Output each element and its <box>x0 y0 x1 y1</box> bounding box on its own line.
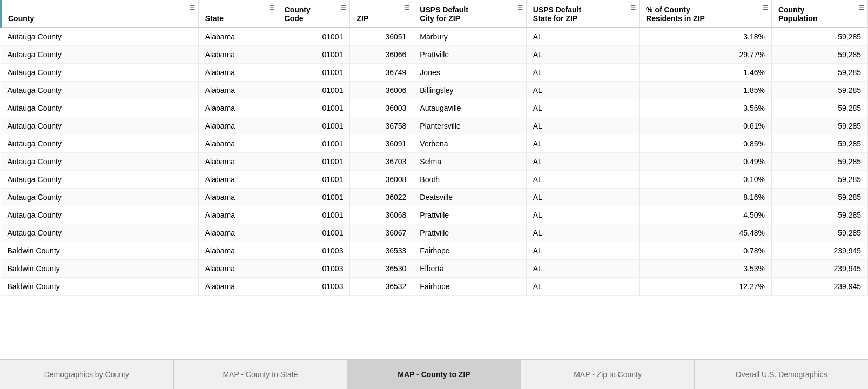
cell-pct_residents: 1.85% <box>640 82 772 99</box>
table-row[interactable]: Baldwin CountyAlabama0100336532FairhopeA… <box>1 278 868 296</box>
cell-pct_residents: 0.10% <box>640 171 772 189</box>
col-header-zip[interactable]: ZIP☰ <box>350 0 413 28</box>
cell-usps_city: Booth <box>413 171 526 189</box>
tab-map-county-to-state[interactable]: MAP - County to State <box>174 360 348 389</box>
cell-pct_residents: 4.50% <box>640 206 772 224</box>
cell-zip: 36530 <box>350 260 413 278</box>
cell-usps_city: Elberta <box>413 260 526 278</box>
table-row[interactable]: Autauga CountyAlabama0100136006Billingsl… <box>1 82 868 99</box>
tab-demographics-by-county[interactable]: Demographics by County <box>0 360 174 389</box>
cell-pct_residents: 1.46% <box>640 64 772 82</box>
table-row[interactable]: Autauga CountyAlabama0100136067Prattvill… <box>1 224 868 242</box>
cell-state: Alabama <box>198 117 278 135</box>
table-row[interactable]: Autauga CountyAlabama0100136008BoothAL0.… <box>1 171 868 189</box>
table-row[interactable]: Autauga CountyAlabama0100136749JonesAL1.… <box>1 64 868 82</box>
cell-state: Alabama <box>198 46 278 64</box>
cell-pct_residents: 0.85% <box>640 135 772 153</box>
filter-icon-zip[interactable]: ☰ <box>404 4 409 11</box>
cell-pct_residents: 3.53% <box>640 260 772 278</box>
col-header-county_pop[interactable]: CountyPopulation☰ <box>771 0 867 28</box>
cell-county: Autauga County <box>1 117 199 135</box>
filter-icon-county[interactable]: ☰ <box>190 4 195 11</box>
cell-pct_residents: 29.77% <box>640 46 772 64</box>
cell-county_pop: 59,285 <box>771 171 867 189</box>
cell-county_pop: 239,945 <box>771 260 867 278</box>
cell-usps_state: AL <box>526 224 639 242</box>
cell-county_code: 01003 <box>278 260 350 278</box>
filter-icon-county_pop[interactable]: ☰ <box>859 4 864 11</box>
cell-usps_state: AL <box>526 117 639 135</box>
col-header-county[interactable]: County☰ <box>1 0 199 28</box>
tab-overall-us-demographics[interactable]: Overall U.S. Demographics <box>695 360 868 389</box>
col-header-usps_state[interactable]: USPS DefaultState for ZIP☰ <box>526 0 639 28</box>
col-header-state[interactable]: State☰ <box>198 0 278 28</box>
table-row[interactable]: Autauga CountyAlabama0100136066Prattvill… <box>1 46 868 64</box>
cell-zip: 36066 <box>350 46 413 64</box>
cell-pct_residents: 8.16% <box>640 189 772 206</box>
table-row[interactable]: Baldwin CountyAlabama0100336533FairhopeA… <box>1 242 868 260</box>
cell-county: Autauga County <box>1 153 199 171</box>
cell-usps_state: AL <box>526 46 639 64</box>
cell-pct_residents: 45.48% <box>640 224 772 242</box>
cell-state: Alabama <box>198 189 278 206</box>
cell-usps_state: AL <box>526 206 639 224</box>
table-row[interactable]: Baldwin CountyAlabama0100336530ElbertaAL… <box>1 260 868 278</box>
table-row[interactable]: Autauga CountyAlabama0100136003Autaugavi… <box>1 99 868 117</box>
col-header-pct_residents[interactable]: % of CountyResidents in ZIP☰ <box>640 0 772 28</box>
cell-usps_city: Autaugaville <box>413 99 526 117</box>
cell-county_pop: 59,285 <box>771 28 867 46</box>
cell-zip: 36068 <box>350 206 413 224</box>
cell-pct_residents: 12.27% <box>640 278 772 296</box>
col-header-county_code[interactable]: CountyCode☰ <box>278 0 350 28</box>
table-row[interactable]: Autauga CountyAlabama0100136022Deatsvill… <box>1 189 868 206</box>
col-label-county_pop: CountyPopulation <box>778 5 861 23</box>
cell-state: Alabama <box>198 224 278 242</box>
table-row[interactable]: Autauga CountyAlabama0100136051MarburyAL… <box>1 28 868 46</box>
col-header-usps_city[interactable]: USPS DefaultCity for ZIP☰ <box>413 0 526 28</box>
filter-icon-usps_state[interactable]: ☰ <box>630 4 636 11</box>
cell-county: Autauga County <box>1 82 199 99</box>
cell-usps_state: AL <box>526 82 639 99</box>
cell-county_code: 01001 <box>278 46 350 64</box>
cell-county_code: 01001 <box>278 206 350 224</box>
cell-pct_residents: 3.56% <box>640 99 772 117</box>
cell-state: Alabama <box>198 171 278 189</box>
cell-usps_city: Fairhope <box>413 242 526 260</box>
filter-icon-state[interactable]: ☰ <box>269 4 274 11</box>
cell-usps_state: AL <box>526 99 639 117</box>
table-row[interactable]: Autauga CountyAlabama0100136758Plantersv… <box>1 117 868 135</box>
cell-usps_state: AL <box>526 278 639 296</box>
filter-icon-county_code[interactable]: ☰ <box>341 4 346 11</box>
cell-state: Alabama <box>198 64 278 82</box>
filter-icon-usps_city[interactable]: ☰ <box>517 4 523 11</box>
filter-icon-pct_residents[interactable]: ☰ <box>763 4 768 11</box>
cell-pct_residents: 0.61% <box>640 117 772 135</box>
cell-county_code: 01003 <box>278 278 350 296</box>
table-row[interactable]: Autauga CountyAlabama0100136703SelmaAL0.… <box>1 153 868 171</box>
cell-usps_state: AL <box>526 242 639 260</box>
cell-zip: 36003 <box>350 99 413 117</box>
tab-map-county-to-zip[interactable]: MAP - County to ZIP <box>347 360 521 389</box>
cell-county_pop: 59,285 <box>771 206 867 224</box>
table-row[interactable]: Autauga CountyAlabama0100136068Prattvill… <box>1 206 868 224</box>
table-scroll-area[interactable]: County☰State☰CountyCode☰ZIP☰USPS Default… <box>0 0 868 359</box>
cell-state: Alabama <box>198 82 278 99</box>
cell-county: Autauga County <box>1 189 199 206</box>
table-container: County☰State☰CountyCode☰ZIP☰USPS Default… <box>0 0 868 359</box>
cell-zip: 36532 <box>350 278 413 296</box>
cell-county_code: 01001 <box>278 135 350 153</box>
cell-pct_residents: 0.78% <box>640 242 772 260</box>
cell-zip: 36533 <box>350 242 413 260</box>
tab-map-zip-to-county[interactable]: MAP - Zip to County <box>521 360 695 389</box>
cell-pct_residents: 0.49% <box>640 153 772 171</box>
table-row[interactable]: Autauga CountyAlabama0100136091VerbenaAL… <box>1 135 868 153</box>
cell-zip: 36067 <box>350 224 413 242</box>
cell-zip: 36006 <box>350 82 413 99</box>
cell-usps_state: AL <box>526 28 639 46</box>
cell-usps_city: Plantersville <box>413 117 526 135</box>
cell-state: Alabama <box>198 99 278 117</box>
cell-usps_state: AL <box>526 64 639 82</box>
col-label-usps_city: USPS DefaultCity for ZIP <box>420 5 519 23</box>
cell-county_code: 01001 <box>278 82 350 99</box>
col-label-state: State <box>205 14 271 23</box>
